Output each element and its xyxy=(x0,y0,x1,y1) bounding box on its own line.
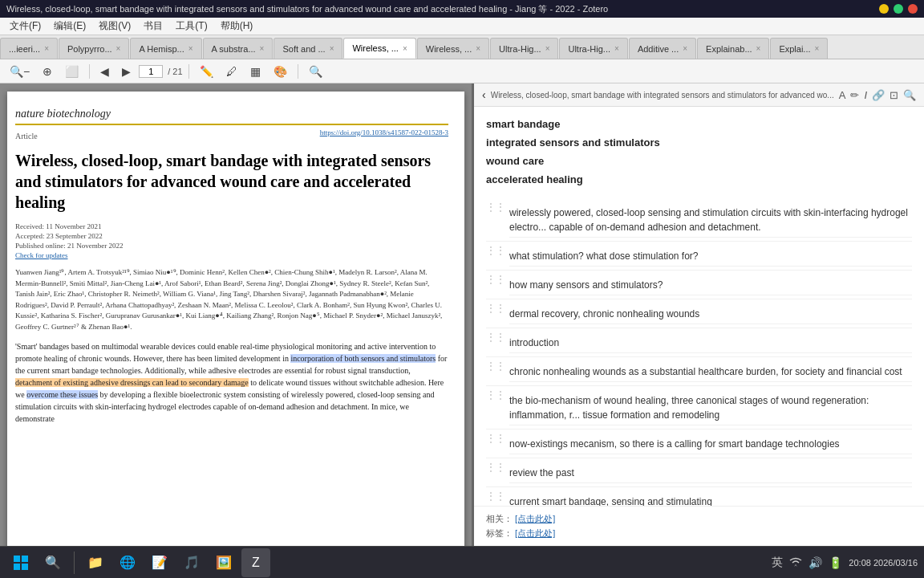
color-picker-button[interactable]: 🎨 xyxy=(269,62,292,81)
drag-handle-4[interactable]: ⋮⋮ xyxy=(486,332,505,343)
note-text-4[interactable]: introduction xyxy=(509,332,912,353)
tab-10[interactable]: Explainab... × xyxy=(697,38,769,59)
tab-close-2[interactable]: × xyxy=(188,44,193,53)
tab-7[interactable]: Ultra-Hig... × xyxy=(490,38,558,59)
tab-11[interactable]: Explai... × xyxy=(770,38,828,59)
drag-handle-8[interactable]: ⋮⋮ xyxy=(486,462,505,473)
note-text-0[interactable]: wirelessly powered, closed-loop sensing … xyxy=(509,201,912,238)
link-icon[interactable]: 🔗 xyxy=(872,89,885,101)
note-text-6[interactable]: the bio-mechanism of wound healing, thre… xyxy=(509,389,912,425)
drag-handle-2[interactable]: ⋮⋮ xyxy=(486,274,505,285)
font-icon[interactable]: A xyxy=(839,89,846,101)
menu-bar: 文件(F) 编辑(E) 视图(V) 书目 工具(T) 帮助(H) xyxy=(0,18,924,35)
close-button[interactable] xyxy=(908,4,918,14)
search-taskbar-button[interactable]: 🔍 xyxy=(38,548,67,577)
tab-close-7[interactable]: × xyxy=(545,44,550,53)
note-text-8[interactable]: review the past xyxy=(509,462,912,483)
taskbar-music[interactable]: 🎵 xyxy=(177,548,206,577)
note-tag-3[interactable]: accelerated healing xyxy=(486,170,912,189)
edit-icon[interactable]: ✏ xyxy=(850,89,859,101)
menu-edit[interactable]: 编辑(E) xyxy=(47,18,92,35)
drag-handle-3[interactable]: ⋮⋮ xyxy=(486,303,505,314)
note-text-1[interactable]: what stimulation? what dose stimulation … xyxy=(509,245,912,267)
zoom-out-button[interactable]: 🔍− xyxy=(5,62,34,81)
note-text-3[interactable]: dermal recovery, chronic nonhealing woun… xyxy=(509,303,912,324)
tab-0[interactable]: ...ieeri... × xyxy=(0,38,58,59)
tab-close-8[interactable]: × xyxy=(614,44,619,53)
tab-9[interactable]: Additive ... × xyxy=(629,38,696,59)
taskbar-browser[interactable]: 🌐 xyxy=(113,548,142,577)
notes-back-icon[interactable]: ‹ xyxy=(482,88,486,101)
prev-page-button[interactable]: ◀ xyxy=(95,62,114,81)
tab-close-1[interactable]: × xyxy=(116,44,121,53)
tab-close-11[interactable]: × xyxy=(815,44,820,53)
zoom-in-button[interactable]: ⊕ xyxy=(38,62,57,81)
title-bar-controls xyxy=(879,4,918,14)
taskbar-volume-icon[interactable]: 🔊 xyxy=(808,556,822,569)
menu-view[interactable]: 视图(V) xyxy=(92,18,137,35)
tab-close-4[interactable]: × xyxy=(330,44,334,53)
note-tag-2[interactable]: wound care xyxy=(486,152,912,170)
tag-link-1[interactable]: [点击此处] xyxy=(515,528,555,538)
tab-close-3[interactable]: × xyxy=(260,44,265,53)
tab-8[interactable]: Ultra-Hig... × xyxy=(559,38,627,59)
taskbar-lang-icon[interactable]: 英 xyxy=(772,556,783,570)
next-page-button[interactable]: ▶ xyxy=(117,62,136,81)
taskbar-zotero[interactable]: Z xyxy=(241,548,270,577)
page-number-input[interactable] xyxy=(139,65,163,78)
taskbar-file-explorer[interactable]: 📁 xyxy=(81,548,110,577)
tab-4[interactable]: Soft and ... × xyxy=(274,38,342,59)
tab-5[interactable]: Wireless, ... × xyxy=(343,38,415,59)
toolbar: 🔍− ⊕ ⬜ ◀ ▶ / 21 ✏️ 🖊 ▦ 🎨 🔍 xyxy=(0,59,924,83)
search-button[interactable]: 🔍 xyxy=(304,62,327,81)
drag-handle-6[interactable]: ⋮⋮ xyxy=(486,389,505,401)
note-text-2[interactable]: how many sensors and stimulators? xyxy=(509,274,912,295)
tabs-bar: ...ieeri... × Polypyrro... × A Hemisp...… xyxy=(0,35,924,59)
related-link-1[interactable]: [点击此处] xyxy=(515,514,555,523)
highlight-tool-button[interactable]: 🖊 xyxy=(221,62,242,81)
menu-bibliography[interactable]: 书目 xyxy=(137,18,169,35)
start-button[interactable] xyxy=(6,548,35,577)
taskbar-battery-icon[interactable]: 🔋 xyxy=(829,556,842,569)
note-tag-0[interactable]: smart bandage xyxy=(486,115,912,133)
note-tag-1[interactable]: integrated sensors and stimulators xyxy=(486,133,912,152)
drag-handle-7[interactable]: ⋮⋮ xyxy=(486,433,505,444)
minimize-button[interactable] xyxy=(879,4,889,14)
drag-handle-1[interactable]: ⋮⋮ xyxy=(486,245,505,256)
annotation-tool-button[interactable]: ✏️ xyxy=(195,62,218,81)
note-text-7[interactable]: now-existings mecanism, so there is a ca… xyxy=(509,433,912,454)
italic-icon[interactable]: I xyxy=(864,89,867,101)
drag-handle-9[interactable]: ⋮⋮ xyxy=(486,490,505,502)
tab-1[interactable]: Polypyrro... × xyxy=(59,38,129,59)
drag-handle-5[interactable]: ⋮⋮ xyxy=(486,360,505,372)
search-notes-icon[interactable]: 🔍 xyxy=(903,89,916,101)
title-bar: Wireless, closed-loop, smart bandage wit… xyxy=(0,0,924,18)
pdf-doi[interactable]: https://doi.org/10.1038/s41587-022-01528… xyxy=(320,128,448,136)
tab-close-9[interactable]: × xyxy=(683,44,687,53)
notes-content[interactable]: smart bandage integrated sensors and sti… xyxy=(474,107,924,506)
taskbar-photos[interactable]: 🖼️ xyxy=(209,548,238,577)
tab-close-5[interactable]: × xyxy=(403,44,407,53)
fit-page-button[interactable]: ⬜ xyxy=(60,62,83,81)
tab-2[interactable]: A Hemisp... × xyxy=(130,38,201,59)
title-bar-text: Wireless, closed-loop, smart bandage wit… xyxy=(6,3,879,15)
tab-3[interactable]: A substra... × xyxy=(203,38,274,59)
menu-file[interactable]: 文件(F) xyxy=(3,18,47,35)
tab-6[interactable]: Wireless, ... × xyxy=(417,38,489,59)
menu-help[interactable]: 帮助(H) xyxy=(214,18,260,35)
select-tool-button[interactable]: ▦ xyxy=(245,62,265,81)
expand-icon[interactable]: ⊡ xyxy=(890,89,898,101)
pdf-abstract: 'Smart' bandages based on multimodal wea… xyxy=(15,340,448,425)
note-text-5[interactable]: chronic nonhealing wounds as a substanti… xyxy=(509,360,912,382)
tab-close-0[interactable]: × xyxy=(44,44,49,53)
main-area: nature biotechnology Article https://doi… xyxy=(0,83,924,546)
tab-close-6[interactable]: × xyxy=(476,44,480,53)
taskbar-word[interactable]: 📝 xyxy=(145,548,174,577)
note-text-9[interactable]: current smart bandage, sensing and stimu… xyxy=(509,490,912,506)
drag-handle-0[interactable]: ⋮⋮ xyxy=(486,201,505,213)
pdf-pane[interactable]: nature biotechnology Article https://doi… xyxy=(0,83,474,546)
taskbar-wifi-icon[interactable] xyxy=(789,556,802,569)
menu-tools[interactable]: 工具(T) xyxy=(169,18,213,35)
tab-close-10[interactable]: × xyxy=(756,44,761,53)
maximize-button[interactable] xyxy=(894,4,903,14)
